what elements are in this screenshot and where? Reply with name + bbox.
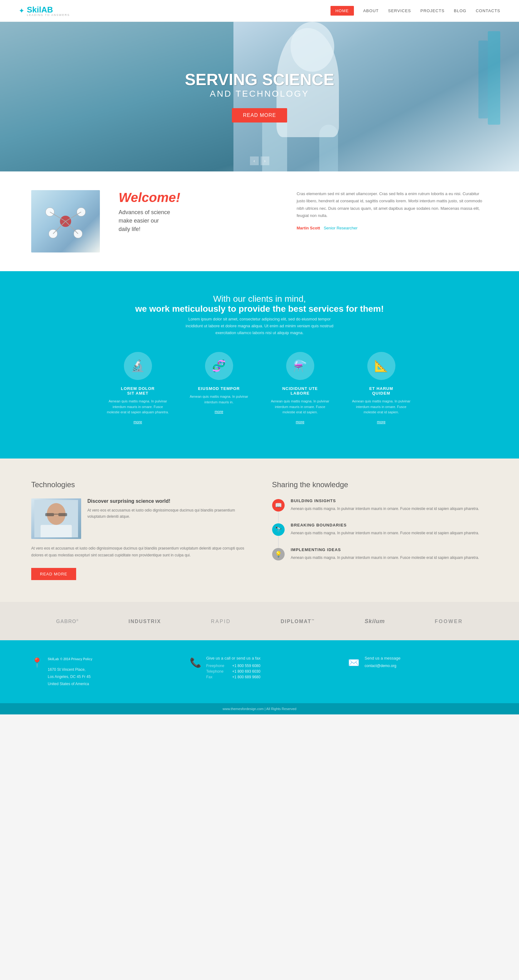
knowledge-item-2: 🔭 BREAKING BOUNDARIES Aenean quis mattis… [272,523,488,536]
footer-telephone: Telephone +1 800 693 6030 [206,669,260,674]
footer-phone-title: Give us a call or send us a fax [206,656,260,660]
svg-line-8 [65,221,78,234]
footer-email-title: Send us a message [364,656,401,660]
service-icon-dna: 🧬 [205,352,233,380]
svg-rect-14 [54,514,58,515]
nav-projects[interactable]: PROJECTS [420,8,444,13]
footer-address: 1670 St Vincent Place, Los Angeles, DC 4… [48,666,93,687]
partner-industrix: INDUSTRIX [129,617,161,625]
nav-home[interactable]: HOME [331,6,354,16]
footer-phone: 📞 Give us a call or send us a fax Freeph… [190,656,330,681]
service-more-2[interactable]: more [215,410,223,414]
nav-blog[interactable]: BLOG [454,8,466,13]
partner-gabro: GABRO® [56,617,79,625]
fax-value: +1 800 689 9680 [232,675,260,679]
timeline-line-1 [278,512,279,523]
knowledge-item-3: 💡 IMPLEMENTING IDEAS Aenean quis mattis … [272,547,488,561]
read-more-button[interactable]: Read More [31,568,76,580]
service-desc-2: Aenean quis mattis magna. In pulvinar in… [188,394,250,405]
logo: ✦ SkilAB LEADING TO ANSWERS [19,5,70,16]
knowledge-dot-3: 💡 [272,548,284,560]
service-name-2: EIUSMOD TEMPOR [198,386,240,391]
services-title-line2: we work meticulously to provide the best… [135,304,384,313]
hero-read-more-button[interactable]: Read more [232,108,287,123]
service-desc-1: Aenean quis mattis magna. In pulvinar in… [107,399,169,415]
tech-knowledge-section: Technologies Discover surprising science… [0,458,519,602]
services-title-line1: With our clients in mind, [25,294,494,304]
tagline-line3: daily life! [118,226,141,232]
footer: 📍 SkilLab © 2014 Privacy Policy 1670 St … [0,640,519,703]
welcome-section: Welcome! Advances of science make easier… [0,172,519,272]
lightbulb-icon: 💡 [275,551,282,558]
footer-fax: Fax +1 800 689 9680 [206,675,260,679]
telescope-icon: 🔭 [275,526,282,533]
partner-rapid: RAPID [211,617,231,625]
telephone-value: +1 800 693 6030 [232,669,260,674]
svg-rect-13 [58,513,67,516]
knowledge-column: Sharing the knowledge 📖 BUILDING INSIGHT… [272,480,488,580]
partner-foower: FOOWER [435,617,463,625]
service-desc-4: Aenean quis mattis magna. In pulvinar in… [350,399,413,415]
hero-subtitle: AND TECHNOLOGY [185,89,334,99]
copyright-text: www.themesfordesign.com | All Rights Res… [222,707,296,711]
molecule-graphic [37,196,94,246]
hero-next-button[interactable]: › [260,156,269,165]
email-icon: ✉️ [348,657,359,668]
hero-prev-button[interactable]: ‹ [250,156,259,165]
tech-card: Discover surprising science world! At ve… [31,498,247,539]
services-description: Lorem ipsum dolor sit amet, consectetur … [182,316,338,336]
hero-title: SERVING SCIENCE [185,71,334,89]
tech-card-title: Discover surprising science world! [87,498,247,504]
service-icon-compass: 📐 [367,352,395,380]
service-item-2: 🧬 EIUSMOD TEMPOR Aenean quis mattis magn… [188,352,250,424]
nav-services[interactable]: SERVICES [388,8,411,13]
main-nav: HOME ABOUT SERVICES PROJECTS BLOG CONTAC… [331,6,500,16]
hero-arrows: ‹ › [250,156,269,165]
partner-skilum: Skilum [364,617,385,625]
knowledge-content-1: BUILDING INSIGHTS Aenean quis mattis mag… [291,498,479,512]
footer-brand-name: SkilLab [48,657,59,661]
welcome-middle: Welcome! Advances of science make easier… [118,190,278,234]
tagline-line2: make easier our [118,218,159,224]
tech-card-content: Discover surprising science world! At ve… [87,498,247,539]
author-name: Martin Scott [297,226,320,230]
welcome-image-placeholder [31,190,100,253]
knowledge-heading: Sharing the knowledge [272,480,488,489]
footer-address-col: 📍 SkilLab © 2014 Privacy Policy 1670 St … [31,656,171,687]
address-line-2: Los Angeles, DC 45 Fr 45 [48,673,93,681]
service-desc-3: Aenean quis mattis magna. In pulvinar in… [269,399,331,415]
freephone-value: +1 800 559 6080 [232,663,260,668]
footer-location: 📍 SkilLab © 2014 Privacy Policy 1670 St … [31,656,171,687]
scientist-image [34,500,78,538]
service-icon-flask: ⚗️ [286,352,314,380]
welcome-quote: Cras elementum sed mi sit amet ullamcorp… [297,190,488,220]
service-item-4: 📐 ET HARUMQUIDEM Aenean quis mattis magn… [350,352,413,424]
phone-icon: 📞 [190,657,201,668]
fax-label: Fax [206,675,231,679]
address-line-3: United States of America [48,681,93,687]
service-more-4[interactable]: more [377,420,385,424]
knowledge-title-2: BREAKING BOUNDARIES [291,523,479,527]
welcome-author: Martin Scott Senior Researcher [297,226,488,230]
hero-content: SERVING SCIENCE AND TECHNOLOGY Read more [185,71,334,122]
service-more-1[interactable]: more [134,420,142,424]
svg-rect-11 [41,525,72,538]
telephone-label: Telephone [206,669,231,674]
tech-card-image [31,498,81,539]
welcome-image [31,190,100,253]
nav-about[interactable]: ABOUT [363,8,379,13]
tech-body-text: At vero eos et accusamus et iusto odio d… [31,545,247,558]
partner-diplomat: DIPLOMAT™ [281,617,315,625]
knowledge-title-1: BUILDING INSIGHTS [291,498,479,503]
knowledge-content-2: BREAKING BOUNDARIES Aenean quis mattis m… [291,523,479,536]
footer-brand-sub: © 2014 Privacy Policy [60,657,93,661]
welcome-tagline: Advances of science make easier our dail… [118,208,278,234]
svg-line-7 [53,221,65,234]
services-title: With our clients in mind, we work meticu… [25,294,494,314]
nav-contacts[interactable]: CONTACTS [476,8,500,13]
knowledge-item-1: 📖 BUILDING INSIGHTS Aenean quis mattis m… [272,498,488,512]
technologies-column: Technologies Discover surprising science… [31,480,247,580]
technologies-heading: Technologies [31,480,247,489]
tagline-line1: Advances of science [118,209,170,215]
service-more-3[interactable]: more [296,420,304,424]
